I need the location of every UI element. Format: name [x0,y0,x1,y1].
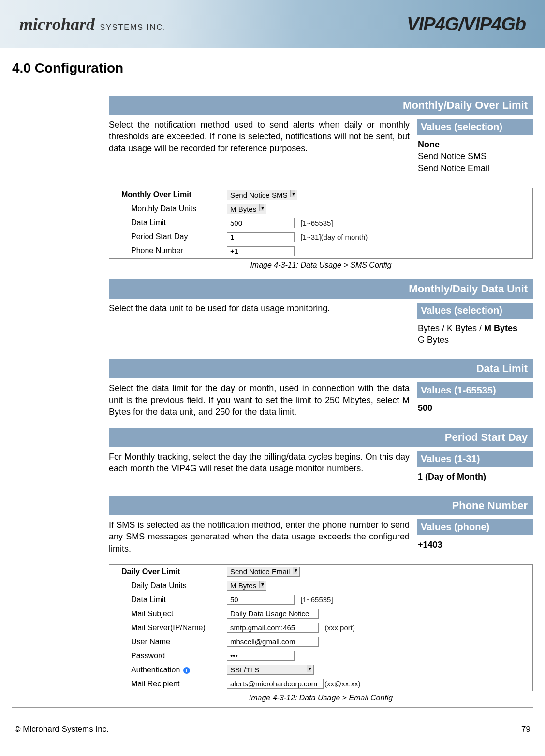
values-header: Values (1-65535) [417,382,533,398]
values-header: Values (selection) [417,303,533,319]
footer-rule [12,707,533,708]
opt-gbytes: G Bytes [418,335,449,345]
opt-email: Send Notice Email [418,163,489,173]
hint-mail-server: (xxx:port) [324,624,355,632]
param-title-period-start: Period Start Day [109,428,533,447]
page-footer: © Microhard Systems Inc. 79 [0,717,545,746]
values-data-unit: Values (selection) Bytes / K Bytes / M B… [417,303,533,350]
footer-page-number: 79 [521,725,530,734]
section-title: 4.0 Configuration [0,48,545,83]
select-auth[interactable]: SSL/TLS [227,665,314,675]
caption-sms: Image 4-3-11: Data Usage > SMS Config [109,261,533,270]
value-data-limit: 500 [418,403,432,413]
input-password[interactable]: ••• [227,651,295,661]
param-title-over-limit: Monthly/Daily Over Limit [109,96,533,115]
desc-data-limit: Select the data limit for the day or mon… [109,382,417,418]
param-title-data-limit: Data Limit [109,359,533,378]
desc-over-limit: Select the notification method used to s… [109,119,417,154]
figure-sms: Monthly Over Limit Send Notice SMS Month… [109,188,533,259]
input-data-limit[interactable]: 500 [227,218,295,228]
input-recipient[interactable]: alerts@microhardcorp.com [227,679,324,689]
select-monthly-over-limit[interactable]: Send Notice SMS [227,190,297,200]
select-monthly-data-units[interactable]: M Bytes [227,204,266,214]
hint-data-limit: [1~65535] [300,219,333,227]
values-header: Values (selection) [417,119,533,135]
input-mail-server[interactable]: smtp.gmail.com:465 [227,623,319,633]
values-body: 1 (Day of Month) [417,467,533,486]
hint-period-start: [1~31](day of month) [300,233,368,241]
input-user-name[interactable]: mhscell@gmail.com [227,637,319,647]
desc-data-unit: Select the data unit to be used for data… [109,303,417,314]
input-mail-subject[interactable]: Daily Data Usage Notice [227,609,319,619]
desc-phone: If SMS is selected as the notification m… [109,519,417,554]
info-icon[interactable]: i [183,667,190,674]
desc-period-start: For Monthly tracking, select the day the… [109,451,417,475]
values-data-limit: Values (1-65535) 500 [417,382,533,418]
select-daily-data-units[interactable]: M Bytes [227,581,266,591]
label-daily-over-limit: Daily Over Limit [109,565,223,579]
label-password: Password [109,649,223,663]
values-body: Bytes / K Bytes / M Bytes G Bytes [417,319,533,350]
value-phone: +1403 [418,540,442,550]
opt-sms: Send Notice SMS [418,151,486,161]
label-monthly-data-units: Monthly Data Units [109,202,223,216]
values-over-limit: Values (selection) None Send Notice SMS … [417,119,533,178]
input-email-data-limit[interactable]: 50 [227,595,295,605]
values-phone: Values (phone) +1403 [417,519,533,554]
values-header: Values (phone) [417,519,533,535]
opt-bytes: Bytes / K Bytes / [418,323,484,333]
param-title-data-unit: Monthly/Daily Data Unit [109,279,533,299]
page-header: microhard SYSTEMS INC. VIP4G/VIP4Gb [0,0,545,48]
values-header: Values (1-31) [417,451,533,467]
label-auth: Authentication i [109,663,223,677]
opt-mbytes: M Bytes [484,323,517,333]
label-mail-subject: Mail Subject [109,607,223,621]
value-period-start: 1 (Day of Month) [418,472,486,481]
label-recipient: Mail Recipient [109,677,223,691]
hint-email-data-limit: [1~65535] [300,596,333,604]
input-period-start[interactable]: 1 [227,232,295,242]
values-period-start: Values (1-31) 1 (Day of Month) [417,451,533,486]
figure-email: Daily Over Limit Send Notice Email Daily… [109,564,533,691]
auth-text: Authentication [131,666,180,674]
opt-none: None [418,140,440,149]
param-title-phone: Phone Number [109,496,533,515]
input-phone[interactable]: +1 [227,246,295,256]
label-daily-data-units: Daily Data Units [109,579,223,593]
label-user-name: User Name [109,635,223,649]
label-period-start: Period Start Day [109,230,223,244]
label-mail-server: Mail Server(IP/Name) [109,621,223,635]
select-daily-over-limit[interactable]: Send Notice Email [227,567,300,577]
label-data-limit: Data Limit [109,216,223,230]
label-email-data-limit: Data Limit [109,593,223,607]
caption-email: Image 4-3-12: Data Usage > Email Config [109,694,533,702]
brand-systems: SYSTEMS INC. [97,23,166,31]
brand-microhard: microhard [19,15,95,34]
brand-right: VIP4G/VIP4Gb [407,14,526,35]
label-phone: Phone Number [109,244,223,258]
hint-recipient: (xx@xx.xx) [324,680,360,688]
values-body: 500 [417,398,533,418]
values-body: None Send Notice SMS Send Notice Email [417,135,533,178]
brand-left: microhard SYSTEMS INC. [19,14,166,34]
rule [12,86,533,86]
footer-copyright: © Microhard Systems Inc. [15,725,109,734]
values-body: +1403 [417,535,533,554]
label-monthly-over-limit: Monthly Over Limit [109,188,223,202]
